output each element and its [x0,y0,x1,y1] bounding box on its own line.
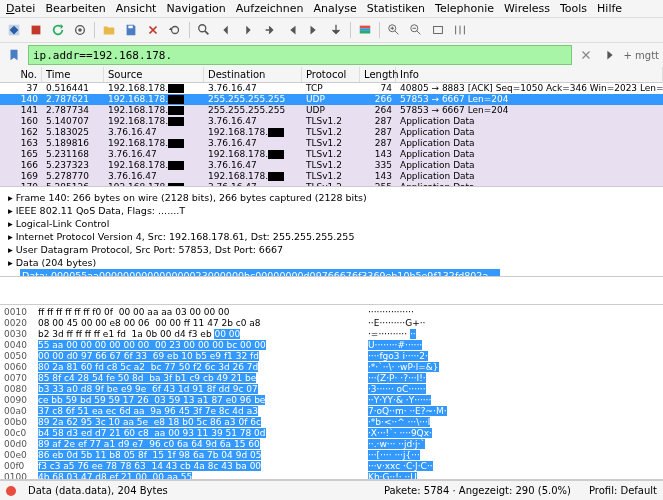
status-packet-count: Pakete: 5784 · Angezeigt: 290 (5.0%) [384,485,571,496]
menu-ansicht[interactable]: Ansicht [116,2,157,15]
display-filter-input[interactable] [28,45,572,65]
details-row[interactable]: ▸ Logical-Link Control [8,217,655,230]
packet-row[interactable]: 1655.2311683.76.16.47192.168.178.TLSv1.2… [0,149,663,160]
packet-row[interactable]: 1605.140707192.168.178.3.76.16.47TLSv1.2… [0,116,663,127]
hex-row[interactable]: 0090ce bb 59 bd 59 59 17 26 03 59 13 a1 … [4,395,659,406]
hex-row[interactable]: 00a037 c8 6f 51 ea ec 6d aa 9a 96 45 3f … [4,406,659,417]
hex-row[interactable]: 0010ff ff ff ff ff ff f0 0f 00 00 aa aa … [4,307,659,318]
packet-row[interactable]: 1695.2787703.76.16.47192.168.178.TLSv1.2… [0,171,663,182]
col-length[interactable]: Length [360,67,396,82]
autoscroll-button[interactable] [326,20,346,40]
colorize-button[interactable] [355,20,375,40]
menu-datei[interactable]: Datei [6,2,35,15]
details-row[interactable]: ▸ User Datagram Protocol, Src Port: 5785… [8,243,655,256]
close-file-button[interactable] [143,20,163,40]
hex-row[interactable]: 006080 2a 81 60 fd c8 5c a2 bc 77 50 f2 … [4,362,659,373]
filter-clear-button[interactable] [576,45,596,65]
menu-navigation[interactable]: Navigation [166,2,225,15]
hex-row[interactable]: 00b089 2a 62 95 3c 10 aa 5e e8 18 b0 5c … [4,417,659,428]
packet-row[interactable]: 1402.787621192.168.178.255.255.255.255UD… [0,94,663,105]
start-capture-button[interactable] [4,20,24,40]
packet-row[interactable]: 1635.189816192.168.178.3.76.16.47TLSv1.2… [0,138,663,149]
svg-rect-6 [360,28,371,31]
hex-row[interactable]: 00f0f3 c3 a5 76 ee 78 78 63 14 43 cb 4a … [4,461,659,472]
first-packet-button[interactable] [282,20,302,40]
details-row[interactable]: ▸ Data (204 bytes) [8,256,655,269]
col-no[interactable]: No. [0,67,42,82]
col-source[interactable]: Source [104,67,204,82]
packet-row[interactable]: 370.516441192.168.178.3.76.16.47TCP74408… [0,83,663,94]
svg-rect-5 [360,26,371,29]
last-packet-button[interactable] [304,20,324,40]
open-file-button[interactable] [99,20,119,40]
menu-bearbeiten[interactable]: Bearbeiten [45,2,105,15]
hex-row[interactable]: 00e086 eb 0d 5b 11 b8 05 8f 15 1f 98 6a … [4,450,659,461]
hex-row[interactable]: 0030b2 3d ff ff ff ff e1 fd 1a 0b 00 d4 … [4,329,659,340]
display-filter-bar: + mgtt [0,43,663,67]
hex-row[interactable]: 00d089 af 2e ef 77 a1 d9 e7 96 c0 6a 64 … [4,439,659,450]
svg-point-4 [199,25,206,32]
col-info[interactable]: Info [396,67,663,82]
packet-row[interactable]: 1665.237323192.168.178.3.76.16.47TLSv1.2… [0,160,663,171]
svg-rect-0 [32,26,41,35]
menu-tools[interactable]: Tools [560,2,587,15]
packet-bytes-pane[interactable]: 0010ff ff ff ff ff ff f0 0f 00 00 aa aa … [0,305,663,480]
menu-telephonie[interactable]: Telephonie [435,2,494,15]
filter-expression-label[interactable]: + mgtt [624,50,660,61]
svg-point-2 [78,28,82,32]
menu-wireless[interactable]: Wireless [504,2,550,15]
menu-hilfe[interactable]: Hilfe [597,2,622,15]
details-row[interactable]: ▸ IEEE 802.11 QoS Data, Flags: .......T [8,204,655,217]
details-row[interactable]: ▸ Internet Protocol Version 4, Src: 192.… [8,230,655,243]
resize-columns-button[interactable] [450,20,470,40]
col-time[interactable]: Time [42,67,104,82]
go-back-button[interactable] [216,20,236,40]
main-toolbar [0,18,663,43]
filter-bookmark-button[interactable] [4,45,24,65]
hex-row[interactable]: 007085 8f c4 28 54 fe 50 8d ba 3f b1 c9 … [4,373,659,384]
menu-analyse[interactable]: Analyse [313,2,356,15]
svg-rect-3 [128,26,132,29]
svg-rect-7 [360,31,371,34]
packet-list-pane[interactable]: No. Time Source Destination Protocol Len… [0,67,663,187]
go-forward-button[interactable] [238,20,258,40]
zoom-reset-button[interactable] [428,20,448,40]
col-protocol[interactable]: Protocol [302,67,360,82]
capture-options-button[interactable] [70,20,90,40]
hex-row[interactable]: 01004b 68 03 47 d8 ef 21 00 00 aa 55Kh·G… [4,472,659,480]
expert-info-button[interactable] [6,486,16,496]
menu-bar: Datei Bearbeiten Ansicht Navigation Aufz… [0,0,663,18]
col-destination[interactable]: Destination [204,67,302,82]
hex-row[interactable]: 005000 00 d0 97 66 67 6f 33 69 eb 10 b5 … [4,351,659,362]
svg-rect-10 [434,27,443,34]
status-field-label: Data (data.data), 204 Bytes [28,485,168,496]
filter-apply-button[interactable] [600,45,620,65]
blank-gap [0,277,663,305]
stop-capture-button[interactable] [26,20,46,40]
status-bar: Data (data.data), 204 Bytes Pakete: 5784… [0,480,663,500]
hex-row[interactable]: 00c0b4 58 d3 ed d7 21 60 c8 aa 00 93 11 … [4,428,659,439]
restart-capture-button[interactable] [48,20,68,40]
reload-button[interactable] [165,20,185,40]
zoom-out-button[interactable] [406,20,426,40]
details-row[interactable]: ▸ Frame 140: 266 bytes on wire (2128 bit… [8,191,655,204]
menu-aufzeichnen[interactable]: Aufzeichnen [236,2,304,15]
find-button[interactable] [194,20,214,40]
save-file-button[interactable] [121,20,141,40]
packet-row[interactable]: 1625.1830253.76.16.47192.168.178.TLSv1.2… [0,127,663,138]
menu-statistiken[interactable]: Statistiken [367,2,425,15]
hex-row[interactable]: 004055 aa 00 00 00 00 00 00 00 23 00 00 … [4,340,659,351]
hex-row[interactable]: 0080b3 33 a0 d8 9f be e9 9e 6f 43 1d 91 … [4,384,659,395]
goto-packet-button[interactable] [260,20,280,40]
zoom-in-button[interactable] [384,20,404,40]
details-data-row[interactable]: Data: 000055aa000000000000000023000000bc… [20,269,500,277]
packet-details-pane[interactable]: ▸ Frame 140: 266 bytes on wire (2128 bit… [0,187,663,277]
packet-list-header: No. Time Source Destination Protocol Len… [0,67,663,83]
hex-row[interactable]: 002008 00 45 00 00 e8 00 06 00 00 ff 11 … [4,318,659,329]
status-profile[interactable]: Profil: Default [589,485,657,496]
packet-row[interactable]: 1412.787734192.168.178.255.255.255.255UD… [0,105,663,116]
